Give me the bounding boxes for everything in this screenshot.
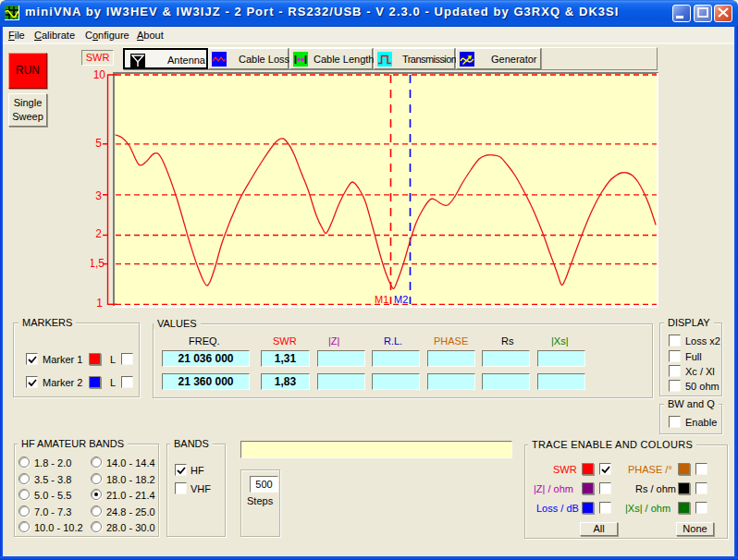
svg-text:5: 5	[95, 137, 102, 150]
svg-text:3: 3	[95, 189, 102, 202]
svg-text:1: 1	[96, 297, 103, 310]
svg-text:2: 2	[95, 227, 102, 240]
svg-text:10: 10	[93, 68, 106, 81]
svg-text:M2: M2	[394, 294, 408, 305]
svg-text:M1: M1	[375, 294, 388, 305]
svg-text:1,5: 1,5	[91, 257, 105, 270]
